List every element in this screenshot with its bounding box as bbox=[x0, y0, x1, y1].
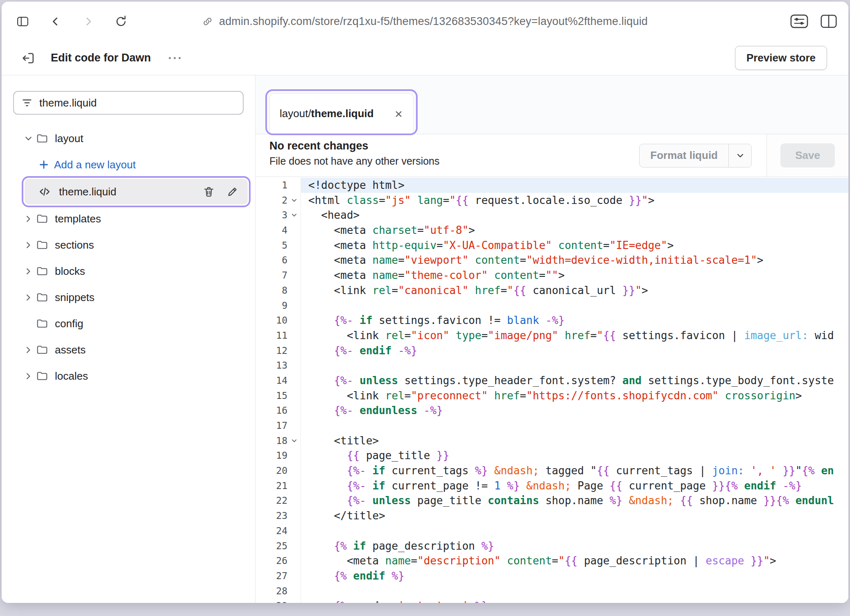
code-line[interactable]: 26 <meta name="description" content="{{ … bbox=[255, 553, 848, 568]
line-number: 3 bbox=[282, 208, 287, 223]
code-line-text bbox=[301, 298, 848, 313]
file-label: theme.liquid bbox=[59, 186, 116, 198]
tab-path-prefix: layout/ bbox=[280, 107, 311, 120]
folder-icon bbox=[36, 370, 48, 382]
code-line[interactable]: 8 <link rel="canonical" href="{{ canonic… bbox=[255, 283, 848, 298]
exit-icon bbox=[21, 51, 36, 66]
code-line[interactable]: 16 {%- endunless -%} bbox=[255, 403, 848, 418]
rename-file-button[interactable] bbox=[225, 184, 240, 199]
sidebar-folder-templates[interactable]: templates bbox=[2, 206, 255, 232]
code-line[interactable]: 14 {%- unless settings.type_header_font.… bbox=[255, 373, 848, 388]
code-line[interactable]: 4 <meta charset="utf-8"> bbox=[255, 223, 848, 238]
address-bar[interactable]: admin.shopify.com/store/rzq1xu-f5/themes… bbox=[202, 15, 648, 28]
line-number-gutter: 11 bbox=[255, 328, 301, 343]
split-view-button[interactable] bbox=[821, 14, 837, 28]
line-number-gutter: 18 bbox=[255, 433, 301, 448]
code-line[interactable]: 2<html class="js" lang="{{ request.local… bbox=[255, 193, 848, 208]
fold-toggle-icon[interactable] bbox=[287, 193, 301, 208]
code-editor[interactable]: 1<!doctype html>2<html class="js" lang="… bbox=[255, 177, 848, 603]
code-line[interactable]: 19 {{ page_title }} bbox=[255, 448, 848, 463]
tab-highlight-ring: layout/theme.liquid × bbox=[265, 89, 418, 135]
code-line-text: {{ page_title }} bbox=[301, 448, 848, 463]
code-line-text bbox=[301, 584, 848, 599]
line-number: 22 bbox=[276, 493, 287, 508]
chevron-right-icon[interactable] bbox=[20, 371, 36, 381]
exit-editor-button[interactable] bbox=[19, 49, 38, 68]
code-line[interactable]: 21 {%- if current_page != 1 %} &ndash; P… bbox=[255, 478, 848, 494]
delete-file-button[interactable] bbox=[201, 184, 217, 199]
code-line-text: {%- if current_page != 1 %} &ndash; Page… bbox=[301, 478, 848, 494]
code-line[interactable]: 25 {% if page_description %} bbox=[255, 539, 848, 554]
chevron-right-icon[interactable] bbox=[20, 214, 36, 224]
file-search-field[interactable] bbox=[13, 91, 244, 115]
folder-label: locales bbox=[55, 370, 88, 383]
code-line[interactable]: 6 <meta name="viewport" content="width=d… bbox=[255, 253, 848, 268]
sidebar-folder-sections[interactable]: sections bbox=[2, 232, 255, 258]
code-line[interactable]: 28 bbox=[255, 584, 848, 599]
sidebar-folder-layout[interactable]: layout bbox=[2, 125, 255, 152]
chevron-right-icon[interactable] bbox=[20, 345, 36, 355]
code-line[interactable]: 22 {%- unless page_title contains shop.n… bbox=[255, 493, 848, 508]
folder-icon bbox=[36, 239, 48, 251]
code-line[interactable]: 12 {%- endif -%} bbox=[255, 343, 848, 358]
reload-button[interactable] bbox=[111, 12, 130, 31]
page-settings-button[interactable] bbox=[790, 14, 808, 28]
line-number-gutter: 10 bbox=[255, 313, 301, 328]
file-search-input[interactable] bbox=[39, 97, 235, 109]
chevron-right-icon[interactable] bbox=[20, 293, 36, 302]
sidebar-folder-locales[interactable]: locales bbox=[2, 363, 255, 389]
code-line[interactable]: 5 <meta http-equiv="X-UA-Compatible" con… bbox=[255, 238, 848, 253]
code-line[interactable]: 17 bbox=[255, 418, 848, 433]
line-number-gutter: 17 bbox=[255, 418, 301, 433]
code-line[interactable]: 13 bbox=[255, 358, 848, 373]
status-title: No recent changes bbox=[269, 140, 440, 152]
code-line[interactable]: 20 {%- if current_tags %} &ndash; tagged… bbox=[255, 463, 848, 478]
code-line-text: <meta name="viewport" content="width=dev… bbox=[301, 253, 848, 268]
code-line[interactable]: 24 bbox=[255, 523, 848, 539]
chevron-down-icon[interactable] bbox=[20, 134, 36, 143]
plus-icon bbox=[38, 159, 49, 170]
sidebar-folder-assets[interactable]: assets bbox=[2, 337, 255, 363]
line-number-gutter: 25 bbox=[255, 539, 301, 554]
line-number: 24 bbox=[276, 523, 287, 539]
code-line[interactable]: 3 <head> bbox=[255, 208, 848, 223]
code-line[interactable]: 10 {%- if settings.favicon != blank -%} bbox=[255, 313, 848, 328]
code-line[interactable]: 15 <link rel="preconnect" href="https://… bbox=[255, 388, 848, 403]
folder-label: blocks bbox=[55, 265, 85, 278]
code-line[interactable]: 9 bbox=[255, 298, 848, 313]
browser-right-controls bbox=[790, 14, 837, 28]
code-line[interactable]: 27 {% endif %} bbox=[255, 568, 848, 584]
pencil-icon bbox=[226, 186, 239, 198]
line-number: 16 bbox=[276, 403, 287, 418]
sidebar-folder-config[interactable]: config bbox=[2, 310, 255, 337]
sidebar-file-theme.liquid[interactable]: theme.liquid bbox=[25, 179, 248, 204]
forward-button[interactable] bbox=[79, 12, 97, 31]
format-options-dropdown[interactable] bbox=[728, 144, 751, 167]
code-line[interactable]: 29 {% render 'meta-tags' %} bbox=[255, 598, 848, 603]
tab-strip: layout/theme.liquid × bbox=[255, 75, 848, 134]
tab-close-button[interactable]: × bbox=[394, 107, 403, 120]
code-line[interactable]: 7 <meta name="theme-color" content=""> bbox=[255, 268, 848, 283]
tab-theme-liquid[interactable]: layout/theme.liquid × bbox=[269, 93, 414, 134]
format-liquid-button[interactable]: Format liquid bbox=[640, 144, 728, 167]
chevron-right-icon[interactable] bbox=[20, 267, 36, 276]
fold-toggle-icon[interactable] bbox=[287, 208, 301, 223]
chevron-right-icon[interactable] bbox=[20, 240, 36, 250]
sidebar-folder-blocks[interactable]: blocks bbox=[2, 258, 255, 284]
code-line[interactable]: 11 <link rel="icon" type="image/png" hre… bbox=[255, 328, 848, 343]
code-line[interactable]: 1<!doctype html> bbox=[255, 178, 848, 193]
fold-toggle-icon[interactable] bbox=[287, 433, 301, 448]
line-number: 4 bbox=[282, 223, 287, 238]
code-line-text bbox=[301, 418, 848, 433]
back-button[interactable] bbox=[46, 12, 65, 31]
folder-label: layout bbox=[55, 132, 83, 145]
app-header: Edit code for Dawn ··· Preview store bbox=[2, 41, 848, 75]
preview-store-button[interactable]: Preview store bbox=[735, 46, 827, 70]
sidebar-folder-snippets[interactable]: snippets bbox=[2, 284, 255, 310]
add-new-layout-button[interactable]: Add a new layout bbox=[2, 152, 255, 178]
code-line[interactable]: 18 <title> bbox=[255, 433, 848, 448]
code-line[interactable]: 23 </title> bbox=[255, 508, 848, 523]
more-actions-button[interactable]: ··· bbox=[168, 52, 183, 64]
sidebar-toggle-button[interactable] bbox=[13, 12, 32, 31]
save-button[interactable]: Save bbox=[780, 143, 835, 168]
